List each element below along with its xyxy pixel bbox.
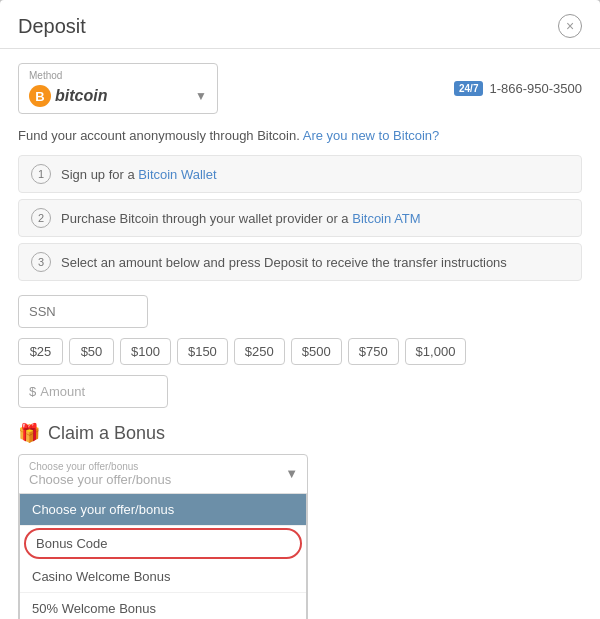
dollar-prefix: $	[29, 384, 36, 399]
method-select[interactable]: Method B bitcoin ▼	[18, 63, 218, 114]
dropdown-label: Choose your offer/bonus	[29, 461, 138, 472]
amount-btn-750[interactable]: $750	[348, 338, 399, 365]
bitcoin-icon: B	[29, 85, 51, 107]
gift-icon: 🎁	[18, 422, 40, 444]
dropdown-list: Choose your offer/bonus Bonus Code Casin…	[19, 494, 307, 619]
step-1-text: Sign up for a Bitcoin Wallet	[61, 167, 217, 182]
step-num-3: 3	[31, 252, 51, 272]
deposit-modal: Deposit × Method B bitcoin ▼ 2	[0, 0, 600, 619]
close-button[interactable]: ×	[558, 14, 582, 38]
dropdown-item-2[interactable]: Casino Welcome Bonus	[20, 561, 306, 593]
bonus-section: 🎁 Claim a Bonus	[18, 422, 582, 444]
amount-btn-50[interactable]: $50	[69, 338, 114, 365]
amount-btn-150[interactable]: $150	[177, 338, 228, 365]
fund-text: Fund your account anonymously through Bi…	[18, 128, 582, 143]
step-item-2: 2 Purchase Bitcoin through your wallet p…	[18, 199, 582, 237]
amount-input-wrap: $ Amount	[18, 375, 168, 408]
dropdown-item-0[interactable]: Choose your offer/bonus	[20, 494, 306, 526]
bonus-dropdown-container: Choose your offer/bonus Choose your offe…	[18, 454, 308, 619]
amount-btn-25[interactable]: $25	[18, 338, 63, 365]
bitcoin-atm-link[interactable]: Bitcoin ATM	[352, 211, 420, 226]
support-area: 24/7 1-866-950-3500	[454, 81, 582, 96]
amount-btn-500[interactable]: $500	[291, 338, 342, 365]
support-badge: 24/7	[454, 81, 483, 96]
method-value: B bitcoin ▼	[29, 85, 207, 107]
chevron-down-icon: ▼	[195, 89, 207, 103]
bitcoin-letter: B	[35, 89, 44, 104]
bitcoin-logo: B bitcoin	[29, 85, 107, 107]
dropdown-header: Choose your offer/bonus Choose your offe…	[19, 455, 307, 494]
step-item-3: 3 Select an amount below and press Depos…	[18, 243, 582, 281]
amount-placeholder: Amount	[40, 384, 85, 399]
support-phone: 1-866-950-3500	[489, 81, 582, 96]
modal-title: Deposit	[18, 15, 86, 38]
step-3-text: Select an amount below and press Deposit…	[61, 255, 507, 270]
new-to-bitcoin-link[interactable]: Are you new to Bitcoin?	[303, 128, 440, 143]
bitcoin-text: bitcoin	[55, 87, 107, 105]
amount-buttons: $25 $50 $100 $150 $250 $500 $750 $1,000	[18, 338, 582, 365]
dropdown-item-3[interactable]: 50% Welcome Bonus	[20, 593, 306, 619]
modal-header: Deposit ×	[0, 0, 600, 49]
modal-body: Method B bitcoin ▼ 24/7 1-866-950-3500	[0, 49, 600, 619]
step-2-text: Purchase Bitcoin through your wallet pro…	[61, 211, 421, 226]
close-icon: ×	[566, 19, 574, 33]
step-item-1: 1 Sign up for a Bitcoin Wallet	[18, 155, 582, 193]
dropdown-item-1[interactable]: Bonus Code	[24, 528, 302, 559]
amount-btn-1000[interactable]: $1,000	[405, 338, 467, 365]
bitcoin-wallet-link[interactable]: Bitcoin Wallet	[138, 167, 216, 182]
step-list: 1 Sign up for a Bitcoin Wallet 2 Purchas…	[18, 155, 582, 281]
bonus-title: Claim a Bonus	[48, 423, 165, 444]
step-num-1: 1	[31, 164, 51, 184]
step-num-2: 2	[31, 208, 51, 228]
dropdown-placeholder: Choose your offer/bonus	[29, 472, 171, 487]
amount-btn-250[interactable]: $250	[234, 338, 285, 365]
method-label: Method	[29, 70, 207, 81]
bonus-dropdown[interactable]: Choose your offer/bonus Choose your offe…	[18, 454, 308, 619]
method-row: Method B bitcoin ▼ 24/7 1-866-950-3500	[18, 63, 582, 114]
ssn-input[interactable]	[18, 295, 148, 328]
amount-btn-100[interactable]: $100	[120, 338, 171, 365]
